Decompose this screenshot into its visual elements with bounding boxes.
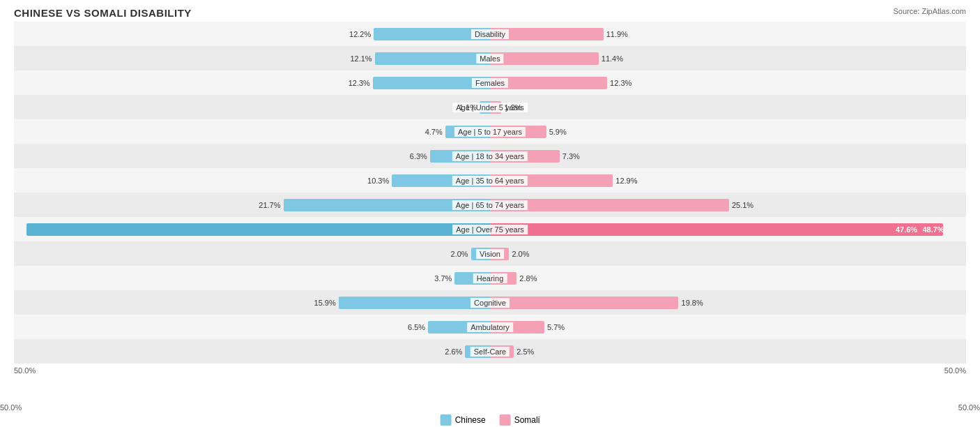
- chinese-bar: [339, 297, 490, 309]
- row-label: Females: [472, 78, 508, 88]
- table-row: Age | 5 to 17 years4.7%5.9%: [14, 119, 966, 144]
- chinese-value: 12.3%: [349, 79, 370, 87]
- table-row: Males12.1%11.4%: [14, 46, 966, 70]
- row-label: Age | 5 to 17 years: [454, 127, 526, 137]
- chart-container: CHINESE VS SOMALI DISABILITY Source: Zip…: [0, 0, 980, 427]
- somali-value: 25.1%: [732, 201, 753, 209]
- somali-value: 11.9%: [606, 30, 628, 38]
- chinese-value: 21.7%: [259, 201, 280, 209]
- chinese-value: 12.1%: [350, 54, 372, 63]
- row-label: Vision: [476, 249, 504, 259]
- legend-chinese: Chinese: [441, 414, 486, 426]
- table-row: Age | 65 to 74 years21.7%25.1%: [14, 193, 966, 217]
- axis-left: 50.0%: [0, 403, 22, 412]
- row-label: Cognitive: [470, 298, 510, 308]
- chinese-value: 2.6%: [445, 347, 462, 356]
- row-label: Age | 35 to 64 years: [452, 176, 528, 186]
- row-label: Hearing: [473, 274, 507, 283]
- chinese-value: 48.7%: [922, 225, 944, 234]
- table-row: Age | Under 5 years1.1%1.2%: [14, 95, 966, 119]
- somali-value: 2.5%: [516, 347, 534, 356]
- table-row: Hearing3.7%2.8%: [14, 266, 966, 290]
- axis-label-left: 50.0%: [14, 366, 36, 375]
- legend-chinese-label: Chinese: [455, 415, 486, 425]
- chinese-value: 4.7%: [425, 128, 443, 136]
- somali-value: 47.6%: [896, 225, 917, 234]
- somali-value: 19.8%: [682, 299, 703, 307]
- somali-bar: [490, 297, 678, 309]
- somali-value: 11.4%: [602, 54, 623, 63]
- table-row: Ambulatory6.5%5.7%: [14, 315, 966, 339]
- table-row: Self-Care2.6%2.5%: [14, 339, 966, 364]
- row-label: Age | 65 to 74 years: [452, 200, 528, 210]
- row-label: Disability: [471, 29, 509, 39]
- source-label: Source: ZipAtlas.com: [893, 7, 966, 15]
- legend-somali-label: Somali: [514, 415, 540, 425]
- chinese-bar: [375, 52, 490, 65]
- axis-label-right: 50.0%: [944, 366, 966, 375]
- chinese-value: 6.3%: [410, 152, 427, 160]
- somali-value: 5.7%: [547, 323, 565, 331]
- somali-value: 2.8%: [519, 274, 537, 283]
- chinese-value: 3.7%: [434, 274, 452, 283]
- somali-value: 12.3%: [610, 79, 631, 87]
- row-label: Ambulatory: [467, 322, 513, 332]
- chinese-value: 15.9%: [314, 299, 336, 307]
- somali-value: 7.3%: [562, 152, 580, 160]
- chinese-value: 2.0%: [451, 250, 468, 258]
- chinese-value: 10.3%: [367, 177, 389, 185]
- table-row: Age | Over 75 years48.7%47.6%: [14, 217, 966, 241]
- table-row: Females12.3%12.3%: [14, 70, 966, 95]
- somali-value: 1.2%: [504, 103, 521, 112]
- row-label: Self-Care: [470, 347, 510, 357]
- row-label: Age | Over 75 years: [452, 225, 528, 234]
- legend-chinese-box: [441, 414, 452, 426]
- axis-right: 50.0%: [958, 403, 980, 412]
- legend: Chinese Somali: [441, 414, 540, 426]
- chinese-value: 12.2%: [349, 30, 371, 38]
- somali-bar: [490, 223, 943, 236]
- row-label: Age | 18 to 34 years: [452, 151, 528, 161]
- somali-bar: [490, 52, 599, 65]
- table-row: Age | 18 to 34 years6.3%7.3%: [14, 144, 966, 168]
- chinese-bar: [26, 223, 490, 236]
- legend-somali-box: [500, 414, 511, 426]
- table-row: Disability12.2%11.9%: [14, 22, 966, 46]
- somali-value: 12.9%: [615, 177, 637, 185]
- chinese-value: 1.1%: [459, 103, 477, 112]
- somali-value: 2.0%: [512, 250, 529, 258]
- chart-title: CHINESE VS SOMALI DISABILITY: [14, 7, 966, 19]
- somali-value: 5.9%: [549, 128, 567, 136]
- table-row: Vision2.0%2.0%: [14, 241, 966, 266]
- table-row: Cognitive15.9%19.8%: [14, 290, 966, 315]
- table-row: Age | 35 to 64 years10.3%12.9%: [14, 168, 966, 193]
- row-label: Males: [476, 54, 503, 63]
- axis-row: 50.0%50.0%: [14, 364, 966, 377]
- chart-area: Disability12.2%11.9%Males12.1%11.4%Femal…: [14, 22, 966, 384]
- legend-somali: Somali: [500, 414, 540, 426]
- chinese-value: 6.5%: [408, 323, 425, 331]
